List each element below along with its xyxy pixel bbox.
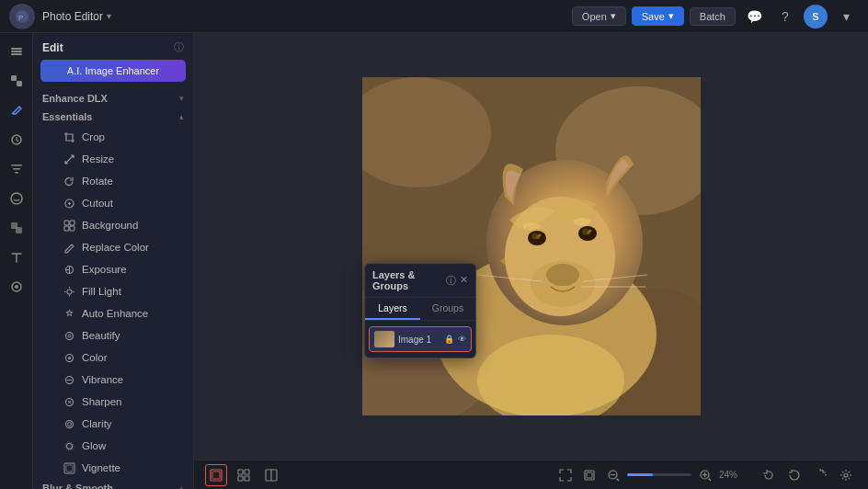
menu-item-clarity[interactable]: Clarity [37, 413, 189, 435]
nav-mask-icon[interactable] [4, 274, 29, 300]
layer-row-image1[interactable]: Image 1 🔒 👁 [369, 326, 472, 352]
icon-nav [0, 33, 33, 489]
menu-item-auto-enhance[interactable]: Auto Enhance [37, 302, 189, 324]
cutout-icon [63, 197, 75, 210]
nav-layers-icon[interactable] [4, 39, 29, 64]
menu-item-background[interactable]: Background [37, 214, 189, 236]
enhance-dlx-chevron-icon: ▾ [179, 94, 184, 103]
blur-smooth-section[interactable]: Blur & Smooth ▴ [33, 479, 193, 489]
svg-rect-10 [15, 172, 18, 174]
redo-icon-button[interactable] [809, 464, 831, 486]
svg-point-21 [65, 332, 73, 339]
bottom-compare-icon-button[interactable] [260, 464, 282, 486]
user-avatar[interactable]: S [804, 5, 828, 28]
layers-close-icon[interactable]: ✕ [460, 274, 468, 288]
actual-size-icon-button[interactable] [579, 465, 600, 485]
menu-item-beautify[interactable]: Beautify [37, 324, 189, 347]
menu-item-rotate[interactable]: Rotate [37, 170, 189, 192]
clarity-icon [63, 417, 75, 430]
layers-panel-header: Layers & Groups ⓘ ✕ [365, 264, 475, 298]
canvas-image [362, 77, 701, 415]
batch-button[interactable]: Batch [690, 7, 736, 26]
panel-title: Edit [42, 41, 63, 54]
menu-item-replace-color[interactable]: Replace Color [37, 236, 189, 258]
blur-smooth-label: Blur & Smooth [42, 483, 113, 489]
svg-rect-68 [587, 472, 592, 478]
open-chevron-icon: ▾ [611, 10, 616, 22]
nav-text-icon[interactable] [4, 244, 29, 270]
app-name: Photo Editor [42, 10, 103, 23]
bottom-grid-icon-button[interactable] [233, 464, 255, 486]
essentials-section[interactable]: Essentials ▴ [33, 108, 193, 126]
svg-point-51 [588, 230, 591, 233]
enhance-dlx-section[interactable]: Enhance DLX ▾ [33, 89, 193, 108]
panel-info-icon[interactable]: ⓘ [174, 40, 184, 54]
tab-groups[interactable]: Groups [420, 298, 475, 320]
svg-line-71 [617, 478, 619, 480]
menu-item-glow[interactable]: Glow [37, 435, 189, 457]
undo-history-icon-button[interactable] [758, 464, 780, 486]
background-icon [63, 219, 75, 232]
svg-point-27 [65, 420, 73, 427]
fit-screen-icon-button[interactable] [555, 465, 576, 485]
rotate-icon [63, 175, 75, 188]
svg-point-24 [68, 357, 71, 359]
chat-icon-button[interactable]: 💬 [741, 4, 767, 29]
tab-layers[interactable]: Layers [365, 298, 420, 320]
main-layout: Edit ⓘ A.I. Image Enhancer Enhance DLX ▾… [0, 33, 868, 489]
save-button[interactable]: Save ▾ [632, 6, 684, 26]
menu-item-fill-light[interactable]: Fill Light [37, 280, 189, 302]
svg-text:P: P [18, 13, 23, 21]
svg-rect-31 [64, 463, 74, 473]
menu-item-sharpen[interactable]: Sharpen [37, 391, 189, 413]
panel-scroll[interactable]: Crop Resize Rotate Cutout [33, 126, 193, 489]
menu-item-crop[interactable]: Crop [37, 126, 189, 148]
svg-rect-12 [16, 227, 22, 233]
layers-info-icon[interactable]: ⓘ [446, 274, 456, 288]
layers-tabs: Layers Groups [365, 298, 475, 321]
layer-lock-icon[interactable]: 🔒 [444, 335, 454, 344]
enhance-dlx-label: Enhance DLX [42, 93, 108, 104]
nav-shapes-icon[interactable] [4, 68, 29, 94]
nav-overlay-icon[interactable] [4, 215, 29, 241]
canvas-area[interactable]: Layers & Groups ⓘ ✕ Layers Groups Image … [194, 33, 868, 460]
layers-panel-icons: ⓘ ✕ [446, 274, 468, 288]
nav-edit-icon[interactable] [4, 97, 29, 123]
svg-rect-15 [64, 221, 69, 225]
menu-item-color[interactable]: Color [37, 347, 189, 369]
open-button[interactable]: Open ▾ [572, 6, 626, 26]
menu-item-resize[interactable]: Resize [37, 148, 189, 170]
layers-panel-title: Layers & Groups [372, 269, 446, 291]
svg-line-75 [709, 478, 711, 480]
exposure-icon [63, 263, 75, 276]
color-icon [63, 351, 75, 364]
svg-rect-6 [17, 81, 22, 86]
help-icon-button[interactable]: ? [772, 4, 798, 29]
layers-panel: Layers & Groups ⓘ ✕ Layers Groups Image … [364, 263, 476, 358]
nav-fx-icon[interactable] [4, 127, 29, 153]
menu-item-exposure[interactable]: Exposure [37, 258, 189, 280]
bottom-bar: 24% [194, 460, 868, 489]
layer-eye-icon[interactable]: 👁 [458, 335, 466, 344]
menu-item-vibrance[interactable]: Vibrance [37, 369, 189, 391]
topbar-chevron-button[interactable]: ▾ [833, 4, 859, 29]
nav-filter-icon[interactable] [4, 156, 29, 182]
svg-rect-63 [238, 476, 243, 481]
svg-point-29 [66, 443, 72, 449]
bottom-layer-icon-button[interactable] [205, 464, 227, 486]
svg-rect-61 [238, 470, 243, 474]
nav-stickers-icon[interactable] [4, 186, 29, 211]
blur-smooth-chevron-icon: ▴ [179, 483, 184, 489]
menu-item-cutout[interactable]: Cutout [37, 192, 189, 214]
menu-item-vignette[interactable]: Vignette [37, 457, 189, 479]
settings-icon-button[interactable] [835, 464, 857, 486]
zoom-slider[interactable] [627, 473, 691, 476]
zoom-slider-track [627, 473, 653, 476]
zoom-out-icon-button[interactable] [603, 465, 623, 485]
essentials-label: Essentials [42, 111, 92, 122]
undo-icon-button[interactable] [783, 464, 805, 486]
topbar-actions: Open ▾ Save ▾ Batch 💬 ? S ▾ [572, 4, 859, 29]
svg-rect-62 [245, 470, 249, 474]
ai-enhancer-button[interactable]: A.I. Image Enhancer [40, 60, 186, 82]
zoom-in-icon-button[interactable] [695, 465, 715, 485]
